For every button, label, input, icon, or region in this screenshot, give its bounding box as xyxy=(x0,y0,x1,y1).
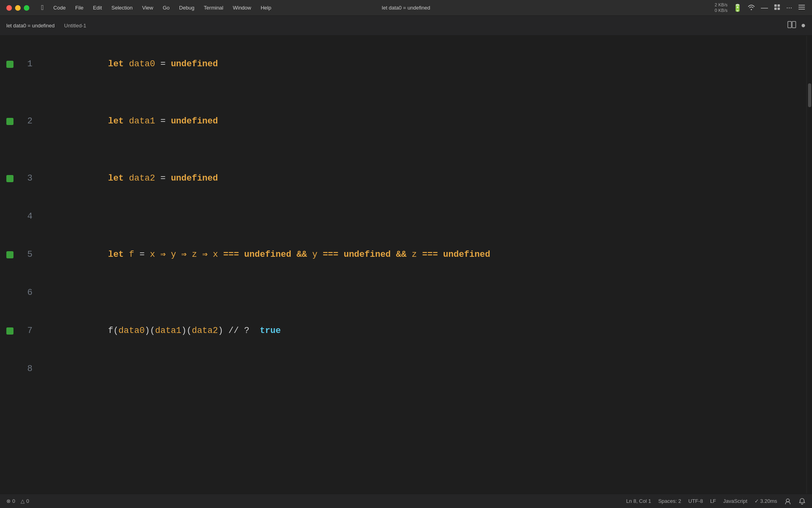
tab-bar-right: ● xyxy=(787,21,806,30)
table-row: 8 xyxy=(0,360,806,379)
code-area[interactable]: 1 let data0 = undefined 2 let data1 = un… xyxy=(0,36,806,494)
menu-code[interactable]: Code xyxy=(50,3,70,12)
encoding[interactable]: UTF-8 xyxy=(688,498,703,504)
tab-untitled[interactable]: Untitled-1 xyxy=(61,21,90,30)
scrollbar[interactable] xyxy=(806,36,812,494)
code-lines: 1 let data0 = undefined 2 let data1 = un… xyxy=(0,36,806,379)
menu-file[interactable]: File xyxy=(71,3,88,12)
timing: ✓ 3.20ms xyxy=(755,498,777,504)
minus-icon[interactable]: — xyxy=(761,4,768,12)
svg-rect-8 xyxy=(792,21,796,28)
status-bar: ⊗ 0 △ 0 Ln 8, Col 1 Spaces: 2 UTF-8 LF J… xyxy=(0,494,812,508)
line-number-5: 5 xyxy=(20,245,40,264)
status-left: ⊗ 0 △ 0 xyxy=(6,498,29,504)
table-row: 4 xyxy=(0,207,806,226)
status-right: Ln 8, Col 1 Spaces: 2 UTF-8 LF JavaScrip… xyxy=(626,498,806,505)
gutter-3 xyxy=(0,175,20,182)
menu-window[interactable]: Window xyxy=(229,3,255,12)
dot-icon: ● xyxy=(801,21,806,30)
menu-bar:  Code File Edit Selection View Go Debug… xyxy=(37,2,275,13)
editor-container: 1 let data0 = undefined 2 let data1 = un… xyxy=(0,36,812,494)
line-ending[interactable]: LF xyxy=(710,498,716,504)
scrollbar-thumb[interactable] xyxy=(808,83,811,107)
traffic-lights xyxy=(6,5,29,11)
wifi-icon xyxy=(747,4,755,12)
maximize-button[interactable] xyxy=(24,5,29,11)
apple-menu[interactable]:  xyxy=(37,2,48,13)
run-indicator-2 xyxy=(6,118,13,125)
svg-rect-1 xyxy=(778,4,780,7)
split-editor-icon[interactable] xyxy=(787,21,796,30)
line-number-3: 3 xyxy=(20,169,40,188)
tab-bar: let data0 = undefined Untitled-1 ● xyxy=(0,16,812,36)
warning-count[interactable]: △ 0 xyxy=(21,498,29,504)
table-row: 2 let data1 = undefined xyxy=(0,93,806,150)
line-content-1: let data0 = undefined xyxy=(40,36,218,93)
title-bar-right: 2 KB/s0 KB/s 🔋 — ··· xyxy=(715,2,806,13)
tab-bar-left: let data0 = undefined Untitled-1 xyxy=(6,21,89,30)
menu-selection[interactable]: Selection xyxy=(107,3,136,12)
breadcrumb: let data0 = undefined xyxy=(6,23,55,29)
line-number-1: 1 xyxy=(20,55,40,74)
table-row: 3 let data2 = undefined xyxy=(0,150,806,207)
line-number-4: 4 xyxy=(20,207,40,226)
run-indicator-5 xyxy=(6,251,13,258)
run-indicator-1 xyxy=(6,61,13,68)
line-content-5: let f = x ⇒ y ⇒ z ⇒ x === undefined && y… xyxy=(40,226,490,283)
run-indicator-7 xyxy=(6,327,13,335)
line-number-2: 2 xyxy=(20,112,40,131)
line-number-7: 7 xyxy=(20,321,40,341)
extension-icon[interactable] xyxy=(774,4,781,12)
line-content-3: let data2 = undefined xyxy=(40,150,218,207)
error-icon: ⊗ xyxy=(6,498,11,504)
indentation[interactable]: Spaces: 2 xyxy=(658,498,681,504)
error-count-value: 0 xyxy=(12,498,15,504)
menu-edit[interactable]: Edit xyxy=(89,3,106,12)
svg-rect-3 xyxy=(778,8,780,10)
line-content-7: f(data0)(data1)(data2) // ? true xyxy=(40,302,281,360)
title-bar:  Code File Edit Selection View Go Debug… xyxy=(0,0,812,16)
table-row: 1 let data0 = undefined xyxy=(0,36,806,93)
svg-rect-7 xyxy=(788,21,791,28)
menu-view[interactable]: View xyxy=(138,3,157,12)
gutter-5 xyxy=(0,251,20,258)
line-content-2: let data1 = undefined xyxy=(40,93,218,150)
menu-go[interactable]: Go xyxy=(159,3,173,12)
bell-icon[interactable] xyxy=(799,498,806,505)
table-row: 7 f(data0)(data1)(data2) // ? true xyxy=(0,302,806,360)
language-mode[interactable]: JavaScript xyxy=(723,498,747,504)
table-row: 6 xyxy=(0,283,806,302)
network-stats: 2 KB/s0 KB/s xyxy=(715,2,728,13)
line-number-8: 8 xyxy=(20,360,40,379)
warning-icon: △ xyxy=(21,498,25,504)
line-number-6: 6 xyxy=(20,283,40,302)
svg-rect-0 xyxy=(774,4,777,7)
title-bar-left:  Code File Edit Selection View Go Debug… xyxy=(6,2,275,13)
cursor-position[interactable]: Ln 8, Col 1 xyxy=(626,498,651,504)
feedback-icon[interactable] xyxy=(784,498,791,505)
more-icon[interactable]: ··· xyxy=(786,4,792,12)
menu-help[interactable]: Help xyxy=(257,3,275,12)
menu-debug[interactable]: Debug xyxy=(175,3,198,12)
minimize-button[interactable] xyxy=(15,5,21,11)
warning-count-value: 0 xyxy=(26,498,29,504)
svg-rect-2 xyxy=(774,8,777,10)
editor-main[interactable]: 1 let data0 = undefined 2 let data1 = un… xyxy=(0,36,806,494)
gutter-7 xyxy=(0,327,20,335)
list-icon[interactable] xyxy=(798,4,806,12)
window-title: let data0 = undefined xyxy=(382,5,430,11)
run-indicator-3 xyxy=(6,175,13,182)
battery-icon: 🔋 xyxy=(733,4,742,12)
menu-terminal[interactable]: Terminal xyxy=(200,3,227,12)
close-button[interactable] xyxy=(6,5,12,11)
gutter-2 xyxy=(0,118,20,125)
gutter-1 xyxy=(0,61,20,68)
error-count[interactable]: ⊗ 0 xyxy=(6,498,15,504)
table-row: 5 let f = x ⇒ y ⇒ z ⇒ x === undefined &&… xyxy=(0,226,806,283)
